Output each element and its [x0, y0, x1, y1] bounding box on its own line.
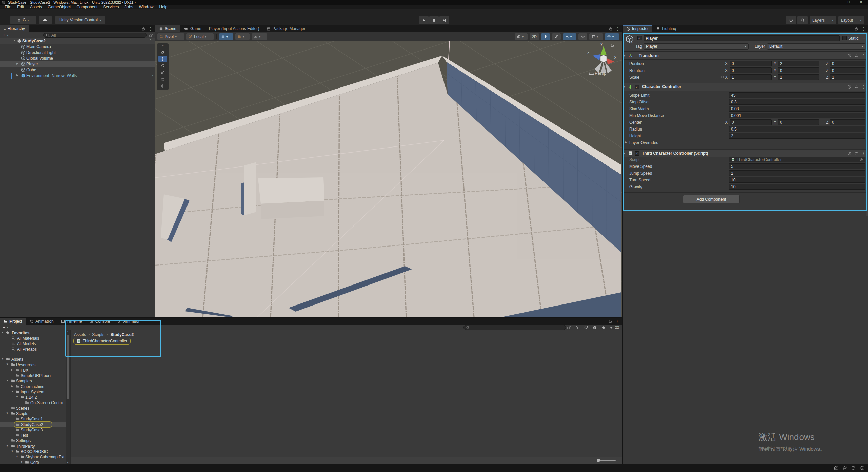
create-add-arrow-icon[interactable]: ▾ [7, 326, 8, 329]
favorites-item[interactable]: All Prefabs [0, 347, 70, 352]
lock-icon[interactable] [609, 27, 613, 31]
gameobject-icon-arrow[interactable]: ▾ [631, 41, 633, 44]
expand-arrow-icon[interactable]: ▶ [16, 74, 18, 77]
inspector-scrollbar[interactable] [866, 33, 868, 216]
camera-settings-dropdown[interactable]: ▾ [589, 33, 603, 40]
y-value-field[interactable]: 0 [778, 119, 819, 125]
tab-timeline[interactable]: Timeline [57, 318, 86, 325]
foldout-arrow-icon[interactable]: ▼ [623, 54, 627, 57]
project-folder-row[interactable]: ▼Scripts [0, 411, 70, 416]
grid-snapping-toggle[interactable]: ▾ [219, 33, 233, 40]
constrain-proportions-icon[interactable] [720, 75, 724, 79]
tab-console[interactable]: Console [86, 318, 114, 325]
rotate-tool[interactable] [158, 62, 167, 69]
tab-project[interactable]: Project [0, 318, 26, 325]
help-icon[interactable] [847, 54, 851, 58]
rect-tool[interactable] [158, 76, 167, 82]
2d-toggle[interactable]: 2D [530, 33, 539, 40]
collapse-arrow-icon[interactable]: ▼ [11, 390, 14, 393]
sync-disabled-icon[interactable] [851, 466, 856, 470]
z-value-field[interactable]: 0 [830, 119, 865, 125]
collapse-arrow-icon[interactable]: ▼ [6, 444, 9, 447]
gizmo-center-cube[interactable] [600, 55, 607, 62]
x-value-field[interactable]: 0 [730, 119, 772, 125]
project-folder-row[interactable]: ▼Assets [0, 357, 70, 362]
y-value-field[interactable]: 2 [778, 61, 819, 66]
visibility-count-icon[interactable] [610, 326, 614, 330]
y-value-field[interactable]: 1 [778, 74, 819, 80]
static-arrow-icon[interactable]: ▾ [863, 37, 865, 40]
menu-item-file[interactable]: File [5, 5, 11, 9]
lock-icon[interactable] [608, 319, 612, 323]
scroll-down-icon[interactable]: ▼ [67, 461, 69, 464]
layout-dropdown[interactable]: Layout▾ [838, 16, 864, 24]
add-component-button[interactable]: Add Component [683, 195, 740, 203]
version-control-button[interactable]: Unity Version Control ▾ [55, 16, 105, 24]
property-value-field[interactable]: 10 [729, 184, 865, 190]
x-value-field[interactable]: 1 [730, 74, 772, 80]
project-folder-row[interactable]: ▼1.14.2 [0, 395, 70, 400]
project-folder-row[interactable]: Test [0, 433, 70, 438]
maximize-button[interactable]: □ [843, 0, 854, 4]
breadcrumb-assets[interactable]: Assets [74, 332, 86, 337]
project-folder-row[interactable]: ▼BOXOPHOBIC [0, 449, 70, 454]
tab-input-actions[interactable]: Player (Input Actions Editor) [205, 25, 263, 32]
pause-button[interactable] [429, 16, 439, 24]
y-value-field[interactable]: 0 [778, 67, 819, 73]
collapse-arrow-icon[interactable]: ▼ [1, 331, 4, 334]
collapse-arrow-icon[interactable]: ▼ [16, 455, 18, 458]
menu-item-gameobject[interactable]: GameObject [48, 5, 71, 9]
project-folder-row[interactable]: ▶FBX [0, 368, 70, 373]
shading-mode-dropdown[interactable]: ▾ [515, 33, 528, 40]
component-enabled-checkbox[interactable]: ✓ [635, 85, 639, 89]
project-folder-row[interactable]: Settings [0, 438, 70, 444]
lock-icon[interactable] [854, 27, 859, 31]
property-value-field[interactable]: 0.3 [729, 99, 865, 105]
scene-audio-toggle[interactable] [552, 33, 561, 40]
tab-lighting[interactable]: Lighting [652, 25, 680, 32]
expand-arrow-icon[interactable]: ▶ [11, 385, 13, 388]
hierarchy-item[interactable]: Main Camera [0, 44, 155, 50]
hidden-objects-toggle[interactable] [578, 33, 587, 40]
status-ok-icon[interactable] [860, 466, 865, 470]
favorites-filter-icon[interactable] [601, 326, 606, 330]
layers-dropdown[interactable]: Layers▾ [810, 16, 836, 24]
help-icon[interactable] [847, 85, 851, 89]
z-value-field[interactable]: 0 [830, 61, 865, 66]
move-tool[interactable] [158, 56, 167, 62]
layer-overrides-foldout[interactable]: ▶ Layer Overrides [623, 139, 868, 146]
kebab-menu-icon[interactable]: ⋮ [615, 319, 619, 324]
minimize-button[interactable]: — [831, 0, 842, 4]
project-folder-row[interactable]: StudyCase2 [0, 422, 70, 427]
pivot-toggle[interactable]: Pivot ▾ [157, 33, 184, 40]
project-folder-row[interactable]: Scenes [0, 406, 70, 411]
kebab-menu-icon[interactable]: ⋮ [862, 151, 865, 156]
menu-item-component[interactable]: Component [76, 5, 97, 9]
create-add-button[interactable]: + [3, 324, 5, 330]
presets-icon[interactable] [854, 54, 859, 58]
collapse-arrow-icon[interactable]: ▼ [20, 460, 23, 464]
project-folder-row[interactable]: StudyCase3 [0, 427, 70, 433]
layers-disabled-icon[interactable] [842, 466, 847, 470]
foldout-arrow-icon[interactable]: ▼ [623, 85, 627, 88]
scene-viewport[interactable]: y z x Persp ≡ [155, 41, 622, 317]
breadcrumb-scripts[interactable]: Scripts [92, 332, 104, 337]
kebab-menu-icon[interactable]: ⋮ [616, 27, 619, 31]
tab-inspector[interactable]: Inspector [623, 25, 652, 32]
property-value-field[interactable]: 0.001 [729, 113, 865, 118]
property-value-field[interactable]: 0.08 [729, 106, 865, 112]
x-value-field[interactable]: 0 [730, 61, 772, 66]
menu-item-window[interactable]: Window [139, 5, 154, 9]
tab-scene[interactable]: Scene [155, 25, 180, 32]
property-value-field[interactable]: 2 [729, 170, 865, 176]
collapse-arrow-icon[interactable]: ▼ [16, 395, 18, 398]
gameobject-cube-icon[interactable] [625, 35, 634, 43]
collapse-arrow-icon[interactable]: ▼ [1, 357, 4, 360]
property-value-field[interactable]: 2 [729, 133, 865, 139]
favorites-row[interactable]: ▼ Favorites [0, 330, 70, 336]
kebab-menu-icon[interactable]: ⋮ [862, 85, 865, 89]
tree-scrollbar[interactable]: ▲ ▼ [66, 330, 70, 464]
collapse-arrow-icon[interactable]: ▼ [11, 450, 14, 453]
foldout-arrow-icon[interactable]: ▼ [623, 152, 627, 155]
snap-settings-toggle[interactable]: ▾ [252, 33, 267, 40]
